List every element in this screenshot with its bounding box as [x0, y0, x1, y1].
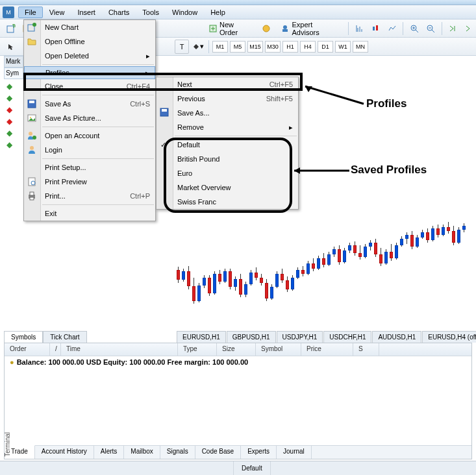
symbols-tab[interactable]: Symbols	[4, 331, 43, 343]
menu-help[interactable]: Help	[204, 6, 232, 18]
profile-menu-market-overview[interactable]: Market Overview	[157, 180, 298, 195]
terminal-panel: Order/TimeTypeSizeSymbolPriceS ● Balance…	[4, 343, 472, 459]
chart-tab-eurusd-h4-off[interactable]: EURUSD,H4 (off	[422, 331, 476, 343]
profile-menu-default[interactable]: ✓Default	[157, 138, 298, 152]
user-icon	[27, 145, 37, 155]
scroll-end-icon[interactable]	[446, 21, 460, 36]
chart-tab-usdjpy-h1[interactable]: USDJPY,H1	[277, 331, 323, 343]
objects-icon[interactable]: ▾	[191, 40, 205, 54]
terminal-tab-account-history[interactable]: Account History	[35, 446, 94, 459]
timeframe-mn[interactable]: MN	[353, 41, 368, 53]
shortcut-label: Shift+F5	[266, 95, 293, 103]
timeframe-h1[interactable]: H1	[282, 41, 298, 53]
menu-item-label: Open Offline	[45, 38, 85, 45]
file-menu-save-as[interactable]: Save AsCtrl+S	[24, 97, 155, 111]
menu-view[interactable]: View	[43, 6, 71, 18]
terminal-tab-code-base[interactable]: Code Base	[195, 446, 241, 459]
column-[interactable]: /	[50, 343, 61, 356]
timeframe-m15[interactable]: M15	[247, 41, 263, 53]
column-time[interactable]: Time	[61, 343, 178, 356]
timeframe-w1[interactable]: W1	[335, 41, 351, 53]
column-price[interactable]: Price	[301, 343, 353, 356]
timeframe-m30[interactable]: M30	[265, 41, 281, 53]
file-menu-print-preview[interactable]: Print Preview	[24, 175, 155, 189]
profile-menu-british-pound[interactable]: British Pound	[157, 152, 298, 166]
profile-menu-swiss-franc[interactable]: Swiss Franc	[157, 195, 298, 209]
column-size[interactable]: Size	[217, 343, 256, 356]
file-menu-profiles[interactable]: Profiles▸	[24, 66, 155, 79]
new-chart-icon[interactable]	[4, 21, 18, 36]
file-dropdown: New ChartOpen OfflineOpen Deleted▸Profil…	[23, 19, 156, 221]
profile-menu-previous[interactable]: PreviousShift+F5	[157, 91, 298, 106]
profile-menu-remove[interactable]: Remove▸	[157, 120, 298, 134]
candle-chart-icon[interactable]	[369, 21, 382, 36]
symbol-arrows: ◆ ◆ ◆ ◆ ◆ ◆	[6, 82, 12, 149]
submenu-arrow-icon: ▸	[289, 123, 293, 132]
svg-rect-27	[30, 197, 34, 200]
zoom-out-icon[interactable]	[423, 21, 437, 36]
text-icon[interactable]: T	[175, 40, 189, 54]
menu-separator	[42, 204, 154, 205]
profile-menu-next[interactable]: NextCtrl+F5	[157, 77, 298, 91]
up-arrow-icon: ◆	[6, 140, 12, 149]
file-menu-open-an-account[interactable]: Open an Account	[24, 128, 155, 143]
menu-insert[interactable]: Insert	[71, 6, 102, 18]
timeframe-h4[interactable]: H4	[300, 41, 316, 53]
autotrading-icon[interactable]	[260, 21, 273, 36]
profile-menu-save-as-[interactable]: Save As...	[157, 106, 298, 120]
shift-chart-icon[interactable]	[462, 21, 476, 36]
file-menu-login[interactable]: Login	[24, 143, 155, 157]
terminal-tab-experts[interactable]: Experts	[241, 446, 277, 459]
file-menu-open-deleted[interactable]: Open Deleted▸	[24, 49, 155, 63]
terminal-tab-journal[interactable]: Journal	[277, 446, 312, 459]
status-help	[0, 461, 234, 475]
tick-chart-tab[interactable]: Tick Chart	[43, 331, 86, 343]
menu-charts[interactable]: Charts	[102, 6, 136, 18]
separator	[403, 22, 403, 35]
profile-menu-euro[interactable]: Euro	[157, 166, 298, 180]
down-arrow-icon: ◆	[6, 105, 12, 114]
column-order[interactable]: Order	[5, 343, 50, 356]
file-menu-open-offline[interactable]: Open Offline	[24, 34, 155, 49]
chart-tab-audusd-h1[interactable]: AUDUSD,H1	[372, 331, 421, 343]
menu-item-label: New Chart	[45, 23, 79, 31]
menu-item-label: Print Setup...	[45, 164, 86, 171]
menu-window[interactable]: Window	[166, 6, 204, 18]
file-menu-print-[interactable]: Print...Ctrl+P	[24, 189, 155, 203]
timeframe-m5[interactable]: M5	[230, 41, 245, 53]
timeframe-m1[interactable]: M1	[212, 41, 228, 53]
column-type[interactable]: Type	[178, 343, 217, 356]
up-arrow-icon: ◆	[6, 82, 12, 91]
file-menu-close[interactable]: CloseCtrl+F4	[24, 79, 155, 93]
terminal-tab-signals[interactable]: Signals	[160, 446, 195, 459]
file-menu-print-setup-[interactable]: Print Setup...	[24, 160, 155, 175]
terminal-tab-mailbox[interactable]: Mailbox	[124, 446, 160, 459]
file-menu-save-as-picture-[interactable]: Save As Picture...	[24, 111, 155, 125]
bar-chart-icon[interactable]	[353, 21, 366, 36]
menu-file[interactable]: File	[18, 6, 43, 18]
zoom-in-icon[interactable]	[407, 21, 421, 36]
file-menu-new-chart[interactable]: New Chart	[24, 20, 155, 34]
balance-text: Balance: 100 000.00 USD Equity: 100 000.…	[17, 358, 248, 366]
shortcut-label: Ctrl+F4	[127, 82, 150, 90]
file-menu-exit[interactable]: Exit	[24, 206, 155, 221]
cursor-icon[interactable]	[4, 40, 18, 54]
up-arrow-icon: ◆	[6, 93, 12, 103]
line-chart-icon[interactable]	[385, 21, 399, 36]
new-order-button[interactable]: New Order	[204, 21, 257, 36]
chart-tab-eurusd-h1[interactable]: EURUSD,H1	[177, 331, 226, 343]
chart-tab-gbpusd-h1[interactable]: GBPUSD,H1	[227, 331, 276, 343]
menu-tools[interactable]: Tools	[136, 6, 166, 18]
terminal-header: Order/TimeTypeSizeSymbolPriceS	[5, 343, 471, 356]
save-icon	[159, 107, 169, 119]
price-chart[interactable]	[177, 214, 471, 328]
column-s[interactable]: S	[353, 343, 379, 356]
terminal-tab-alerts[interactable]: Alerts	[94, 446, 125, 459]
menu-item-label: Default	[177, 141, 200, 149]
chart-tab-usdchf-h1[interactable]: USDCHF,H1	[323, 331, 371, 343]
expert-advisors-button[interactable]: Expert Advisors	[276, 21, 344, 36]
timeframe-d1[interactable]: D1	[318, 41, 333, 53]
column-symbol[interactable]: Symbol	[256, 343, 301, 356]
chart-tabs: EURUSD,H1GBPUSD,H1USDJPY,H1USDCHF,H1AUDU…	[177, 328, 472, 343]
up-arrow-icon: ◆	[6, 128, 12, 138]
